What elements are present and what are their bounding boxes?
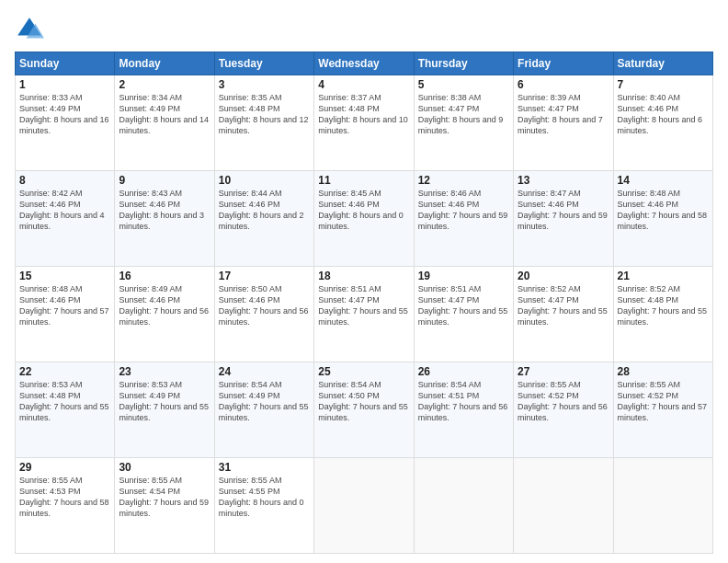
calendar-cell: 7Sunrise: 8:40 AMSunset: 4:46 PMDaylight…: [613, 75, 712, 171]
day-number: 22: [19, 365, 110, 378]
header-cell-saturday: Saturday: [613, 52, 712, 75]
calendar-cell: [613, 458, 712, 554]
day-info: Sunrise: 8:42 AMSunset: 4:46 PMDaylight:…: [19, 188, 110, 233]
calendar-cell: 22Sunrise: 8:53 AMSunset: 4:48 PMDayligh…: [16, 362, 115, 458]
header: [15, 15, 713, 44]
day-info: Sunrise: 8:51 AMSunset: 4:47 PMDaylight:…: [318, 283, 409, 328]
day-number: 20: [518, 270, 609, 282]
day-number: 21: [618, 270, 709, 282]
day-number: 30: [119, 461, 210, 474]
day-number: 6: [518, 78, 609, 91]
calendar-cell: 16Sunrise: 8:49 AMSunset: 4:46 PMDayligh…: [115, 267, 214, 362]
day-info: Sunrise: 8:52 AMSunset: 4:47 PMDaylight:…: [518, 283, 609, 328]
day-number: 27: [518, 365, 609, 378]
day-number: 24: [219, 365, 310, 378]
calendar-cell: 1Sunrise: 8:33 AMSunset: 4:49 PMDaylight…: [16, 75, 115, 171]
day-number: 11: [318, 174, 409, 187]
calendar-cell: 15Sunrise: 8:48 AMSunset: 4:46 PMDayligh…: [16, 267, 115, 362]
logo-icon: [15, 15, 44, 44]
day-number: 29: [19, 461, 110, 474]
day-number: 28: [618, 365, 709, 378]
header-cell-friday: Friday: [514, 52, 613, 75]
calendar-cell: 31Sunrise: 8:55 AMSunset: 4:55 PMDayligh…: [214, 458, 313, 554]
logo: [15, 15, 48, 44]
day-info: Sunrise: 8:38 AMSunset: 4:47 PMDaylight:…: [418, 92, 509, 137]
day-number: 5: [418, 78, 509, 91]
day-info: Sunrise: 8:44 AMSunset: 4:46 PMDaylight:…: [219, 188, 310, 233]
calendar-cell: 18Sunrise: 8:51 AMSunset: 4:47 PMDayligh…: [314, 267, 414, 362]
day-number: 16: [119, 270, 210, 282]
day-info: Sunrise: 8:37 AMSunset: 4:48 PMDaylight:…: [318, 92, 409, 137]
calendar-cell: 20Sunrise: 8:52 AMSunset: 4:47 PMDayligh…: [514, 267, 613, 362]
day-number: 17: [219, 270, 310, 282]
calendar-cell: 23Sunrise: 8:53 AMSunset: 4:49 PMDayligh…: [115, 362, 214, 458]
day-number: 10: [219, 174, 310, 187]
day-info: Sunrise: 8:33 AMSunset: 4:49 PMDaylight:…: [19, 92, 110, 137]
page: SundayMondayTuesdayWednesdayThursdayFrid…: [0, 0, 728, 563]
calendar-cell: 2Sunrise: 8:34 AMSunset: 4:49 PMDaylight…: [115, 75, 214, 171]
day-info: Sunrise: 8:51 AMSunset: 4:47 PMDaylight:…: [418, 283, 509, 328]
day-number: 8: [19, 174, 110, 187]
calendar-cell: 29Sunrise: 8:55 AMSunset: 4:53 PMDayligh…: [16, 458, 115, 554]
day-number: 14: [618, 174, 709, 187]
header-row: SundayMondayTuesdayWednesdayThursdayFrid…: [16, 52, 713, 75]
calendar-cell: [314, 458, 414, 554]
day-info: Sunrise: 8:55 AMSunset: 4:54 PMDaylight:…: [119, 475, 210, 520]
calendar-cell: 4Sunrise: 8:37 AMSunset: 4:48 PMDaylight…: [314, 75, 414, 171]
header-cell-sunday: Sunday: [16, 52, 115, 75]
calendar-cell: 25Sunrise: 8:54 AMSunset: 4:50 PMDayligh…: [314, 362, 414, 458]
day-info: Sunrise: 8:54 AMSunset: 4:49 PMDaylight:…: [219, 379, 310, 424]
calendar-cell: 13Sunrise: 8:47 AMSunset: 4:46 PMDayligh…: [514, 171, 613, 267]
week-row-5: 29Sunrise: 8:55 AMSunset: 4:53 PMDayligh…: [16, 458, 713, 554]
calendar-cell: 11Sunrise: 8:45 AMSunset: 4:46 PMDayligh…: [314, 171, 414, 267]
calendar-cell: 19Sunrise: 8:51 AMSunset: 4:47 PMDayligh…: [414, 267, 513, 362]
calendar-cell: 24Sunrise: 8:54 AMSunset: 4:49 PMDayligh…: [214, 362, 313, 458]
calendar-cell: 26Sunrise: 8:54 AMSunset: 4:51 PMDayligh…: [414, 362, 513, 458]
day-number: 3: [219, 78, 310, 91]
day-info: Sunrise: 8:54 AMSunset: 4:50 PMDaylight:…: [318, 379, 409, 424]
calendar-cell: 30Sunrise: 8:55 AMSunset: 4:54 PMDayligh…: [115, 458, 214, 554]
day-number: 23: [119, 365, 210, 378]
day-info: Sunrise: 8:54 AMSunset: 4:51 PMDaylight:…: [418, 379, 509, 424]
day-number: 13: [518, 174, 609, 187]
day-info: Sunrise: 8:46 AMSunset: 4:46 PMDaylight:…: [418, 188, 509, 233]
day-info: Sunrise: 8:45 AMSunset: 4:46 PMDaylight:…: [318, 188, 409, 233]
day-number: 4: [318, 78, 409, 91]
day-number: 7: [618, 78, 709, 91]
calendar-table: SundayMondayTuesdayWednesdayThursdayFrid…: [15, 52, 713, 554]
day-number: 2: [119, 78, 210, 91]
day-number: 26: [418, 365, 509, 378]
week-row-4: 22Sunrise: 8:53 AMSunset: 4:48 PMDayligh…: [16, 362, 713, 458]
calendar-cell: 17Sunrise: 8:50 AMSunset: 4:46 PMDayligh…: [214, 267, 313, 362]
day-number: 31: [219, 461, 310, 474]
day-number: 19: [418, 270, 509, 282]
day-number: 12: [418, 174, 509, 187]
week-row-1: 1Sunrise: 8:33 AMSunset: 4:49 PMDaylight…: [16, 75, 713, 171]
day-info: Sunrise: 8:48 AMSunset: 4:46 PMDaylight:…: [618, 188, 709, 233]
calendar-cell: 12Sunrise: 8:46 AMSunset: 4:46 PMDayligh…: [414, 171, 513, 267]
calendar-cell: [514, 458, 613, 554]
calendar-cell: 9Sunrise: 8:43 AMSunset: 4:46 PMDaylight…: [115, 171, 214, 267]
calendar-cell: 3Sunrise: 8:35 AMSunset: 4:48 PMDaylight…: [214, 75, 313, 171]
calendar-cell: 10Sunrise: 8:44 AMSunset: 4:46 PMDayligh…: [214, 171, 313, 267]
day-number: 25: [318, 365, 409, 378]
day-info: Sunrise: 8:48 AMSunset: 4:46 PMDaylight:…: [19, 283, 110, 328]
calendar-cell: 6Sunrise: 8:39 AMSunset: 4:47 PMDaylight…: [514, 75, 613, 171]
day-info: Sunrise: 8:53 AMSunset: 4:49 PMDaylight:…: [119, 379, 210, 424]
calendar-cell: 27Sunrise: 8:55 AMSunset: 4:52 PMDayligh…: [514, 362, 613, 458]
day-info: Sunrise: 8:52 AMSunset: 4:48 PMDaylight:…: [618, 283, 709, 328]
day-info: Sunrise: 8:50 AMSunset: 4:46 PMDaylight:…: [219, 283, 310, 328]
day-info: Sunrise: 8:35 AMSunset: 4:48 PMDaylight:…: [219, 92, 310, 137]
day-info: Sunrise: 8:39 AMSunset: 4:47 PMDaylight:…: [518, 92, 609, 137]
day-info: Sunrise: 8:49 AMSunset: 4:46 PMDaylight:…: [119, 283, 210, 328]
day-info: Sunrise: 8:34 AMSunset: 4:49 PMDaylight:…: [119, 92, 210, 137]
day-info: Sunrise: 8:55 AMSunset: 4:53 PMDaylight:…: [19, 475, 110, 520]
day-info: Sunrise: 8:55 AMSunset: 4:55 PMDaylight:…: [219, 475, 310, 520]
calendar-cell: 28Sunrise: 8:55 AMSunset: 4:52 PMDayligh…: [613, 362, 712, 458]
day-info: Sunrise: 8:43 AMSunset: 4:46 PMDaylight:…: [119, 188, 210, 233]
day-info: Sunrise: 8:47 AMSunset: 4:46 PMDaylight:…: [518, 188, 609, 233]
header-cell-wednesday: Wednesday: [314, 52, 414, 75]
day-info: Sunrise: 8:40 AMSunset: 4:46 PMDaylight:…: [618, 92, 709, 137]
day-number: 18: [318, 270, 409, 282]
day-info: Sunrise: 8:55 AMSunset: 4:52 PMDaylight:…: [518, 379, 609, 424]
